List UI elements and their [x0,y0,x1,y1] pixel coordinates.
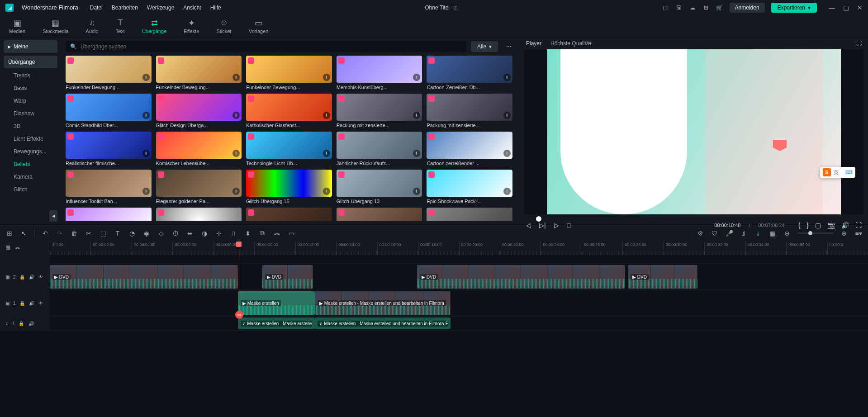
track-lock-icon[interactable]: 🔒 [19,321,25,326]
quality-dropdown[interactable]: Höchste Qualitä▾ [550,40,592,47]
main-tab-effekte[interactable]: ✦Effekte [184,19,199,34]
main-tab-stockmedia[interactable]: ▦Stockmedia [43,19,68,34]
gallery-card[interactable]: ⬇Realistischer filmische... [66,132,152,166]
preview-video[interactable]: S 英 , ⌨ [524,49,863,214]
download-icon[interactable]: ⬇ [142,150,150,157]
track-mute-icon[interactable]: 🔊 [28,321,35,326]
menu-view[interactable]: Ansicht [183,5,201,11]
gallery-card[interactable]: ⬇Komischer Lebensübe... [156,132,242,166]
sidebar-collapse-button[interactable]: ◂ [49,210,57,222]
apps-icon[interactable]: ⊞ [702,4,710,11]
clip[interactable]: ▶ DVD [628,265,697,289]
gallery-card[interactable]: ⬇Cartoon zerreißender ... [427,132,512,166]
tl-adjust-icon[interactable]: ⊹ [215,230,223,237]
download-icon[interactable]: ⬇ [503,188,511,195]
minimize-button[interactable]: — [829,4,835,11]
gallery-card[interactable]: ⬇Eleganter goldener Pa... [156,170,242,204]
fullscreen-button[interactable]: ⛶ [855,222,862,229]
save-icon[interactable]: 🖫 [675,4,683,11]
track-mute-icon[interactable]: 🔊 [29,275,35,280]
search-box[interactable]: 🔍 [66,41,466,52]
tl-speed-icon[interactable]: ◔ [128,230,136,237]
main-tab-vorlagen[interactable]: ▭Vorlagen [249,19,268,34]
sidebar-folder-transitions[interactable]: Übergänge [4,56,57,68]
download-icon[interactable]: ⬇ [413,188,420,195]
sidebar-item-basis[interactable]: Basis [4,82,57,95]
maximize-button[interactable]: ▢ [843,4,849,11]
download-icon[interactable]: ⬇ [503,112,511,119]
tl-mixer-icon[interactable]: ⎍ [229,230,237,237]
cut-playhead-icon[interactable]: ✂ [235,311,243,319]
clip[interactable]: ▶ DVD [417,265,625,289]
close-button[interactable]: ✕ [857,4,863,11]
tl-cut-icon[interactable]: ✂ [85,230,93,237]
download-icon[interactable]: ⬇ [142,188,150,195]
cart-icon[interactable]: 🛒 [716,4,723,11]
audio-clip[interactable]: ♫ Maske erstellen - Maske erstellen... [238,317,315,329]
gallery-card[interactable]: ⬇Glitch-Übergang 15 [246,170,332,204]
clip[interactable]: ▶ DVD [262,265,313,289]
tl-mask-icon[interactable]: ◑ [200,230,209,237]
mark-in-button[interactable]: { [798,222,801,229]
sidebar-item-beliebt[interactable]: Beliebt [4,158,57,171]
gallery-card[interactable]: ⬇ [337,208,422,221]
clip[interactable]: ▶ Maske erstellen - Maske erstellen und … [315,291,451,315]
prev-frame-button[interactable]: ◁ [526,222,531,229]
gallery-card[interactable]: ⬇Packung mit zensierte... [337,94,422,128]
cloud-icon[interactable]: ☁ [689,4,696,11]
play-button[interactable]: ▷ [554,222,559,229]
tl-delete-icon[interactable]: 🗑 [70,230,78,237]
sidebar-item-licht-effekte[interactable]: Licht Effekte [4,133,57,145]
download-icon[interactable]: ⬇ [413,74,420,81]
sidebar-item-trends[interactable]: Trends [4,69,57,82]
tl-timer-icon[interactable]: ⏱ [171,230,180,237]
download-icon[interactable]: ⬇ [232,188,240,195]
sidebar-folder-mine[interactable]: ▸Meine [4,40,57,53]
tl-magnet-icon[interactable]: ⫰ [754,230,762,237]
main-tab-text[interactable]: TText [116,19,125,34]
download-icon[interactable]: ⬇ [232,112,240,119]
gallery-card[interactable]: ⬇Funkelnder Bewegung... [66,56,152,90]
gallery-card[interactable]: ⬇ [156,208,242,221]
tl-layout-icon[interactable]: ≡▾ [854,230,863,237]
gallery-card[interactable]: ⬇Glitch-Design-Überga... [156,94,242,128]
main-tab-medien[interactable]: ▣Medien [9,19,25,34]
zoom-slider[interactable] [797,232,834,234]
timeline-ruler[interactable]: ▦ ⫘ :00:0000:00:02:0000:00:04:0000:00:06… [0,242,868,255]
tl-group-icon[interactable]: ⧉ [258,229,266,237]
gallery-card[interactable]: ⬇ [427,208,512,221]
tl-link-icon[interactable]: ⫘ [273,230,281,237]
menu-file[interactable]: Datei [90,5,103,11]
tl-color-icon[interactable]: ◉ [142,230,151,237]
tl-link2-icon[interactable]: ▦ [768,230,777,237]
search-input[interactable] [81,43,462,50]
track-mute-icon[interactable]: 🔊 [29,301,35,306]
gallery-card[interactable]: ⬇Jährlicher Rückrufaufz... [337,132,422,166]
download-icon[interactable]: ⬇ [503,74,511,81]
display-button[interactable]: ▢ [815,222,821,229]
export-button[interactable]: Exportieren▾ [771,3,817,13]
audio-clip[interactable]: ♫ Maske erstellen - Maske erstellen und … [315,317,451,329]
sidebar-item-bewegungs-[interactable]: Bewegungs... [4,145,57,158]
gallery-card[interactable]: ⬇Technologie-Licht-Üb... [246,132,332,166]
gallery-card[interactable]: ⬇Epic Shockwave Pack-... [427,170,512,204]
tl-add-track-icon[interactable]: ▦ [5,244,10,251]
download-icon[interactable]: ⬇ [323,74,330,81]
tl-pip-icon[interactable]: ▭ [287,230,295,237]
tl-redo-icon[interactable]: ↷ [56,230,64,237]
gallery-card[interactable]: ⬇Comic Standbild Über... [66,94,152,128]
sidebar-item-3d[interactable]: 3D [4,120,57,133]
clip[interactable]: ▶ Maske erstellen [238,291,315,315]
tl-audio-mixer-icon[interactable]: 🎚 [740,230,748,237]
track-lock-icon[interactable]: 🔒 [19,301,25,306]
tl-auto-icon[interactable]: ⬍ [244,230,252,237]
gallery-card[interactable]: ⬇Katholischer Glasfenst... [246,94,332,128]
menu-tools[interactable]: Werkzeuge [147,5,174,11]
play-backward-button[interactable]: ▷| [539,222,546,229]
gallery-card[interactable]: ⬇Funkelnder Bewegung... [156,56,242,90]
tl-select-icon[interactable]: ⊞ [5,230,14,237]
gallery-card[interactable]: ⬇ [66,208,152,221]
stop-button[interactable]: □ [567,222,571,229]
sidebar-item-warp[interactable]: Warp [4,95,57,107]
mark-out-button[interactable]: } [806,222,809,229]
